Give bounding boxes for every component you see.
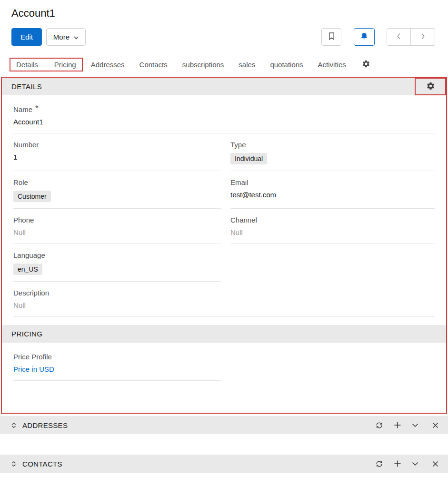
field-channel-label: Channel [230,216,435,224]
tab-sales[interactable]: sales [239,61,255,69]
edit-button[interactable]: Edit [11,28,42,46]
chevron-down-icon[interactable] [412,462,418,466]
more-button-label: More [53,33,70,41]
pricing-panel-header: PRICING [2,325,446,343]
field-number-value: 1 [13,153,221,162]
plus-icon[interactable] [394,421,401,429]
refresh-icon[interactable] [375,421,383,429]
next-record-button[interactable] [411,28,435,46]
required-marker: * [35,105,39,112]
field-price-profile: Price Profile Price in USD [13,353,221,381]
field-email: Email test@test.com [230,178,435,209]
field-role: Role Customer [13,178,221,209]
close-icon[interactable] [432,461,438,467]
details-panel-settings-button[interactable] [426,81,435,92]
bell-icon [360,32,368,42]
annotation-record-panel: DETAILS Name* Account1 Number 1 Type [1,77,447,414]
details-panel-title: DETAILS [11,82,42,91]
pricing-panel-title: PRICING [11,330,42,338]
field-type: Type Individual [230,141,435,171]
annotation-panel-settings [415,78,446,95]
refresh-icon[interactable] [375,460,383,468]
plus-icon[interactable] [394,460,401,468]
record-nav-group [387,28,435,46]
field-phone-value: Null [13,228,221,237]
chevron-down-icon[interactable] [412,423,418,427]
tab-details[interactable]: Details [16,61,38,69]
tab-activities[interactable]: Activities [318,61,346,69]
role-chip: Customer [13,191,51,202]
toolbar: Edit More [11,28,435,46]
field-name-label: Name [13,105,32,113]
follow-button[interactable] [321,28,341,46]
bookmark-icon [328,32,335,42]
field-description-label: Description [13,289,435,297]
field-number-label: Number [13,141,221,149]
field-phone-label: Phone [13,216,221,224]
gear-icon [426,81,435,92]
tab-subscriptions[interactable]: subscriptions [182,61,224,69]
contacts-panel: CONTACTS [0,455,448,473]
contacts-panel-title: CONTACTS [22,460,62,468]
field-number: Number 1 [13,141,221,171]
field-description: Description Null [13,289,435,317]
field-price-profile-label: Price Profile [13,353,221,361]
tab-contacts[interactable]: Contacts [139,61,168,69]
tabs-settings-button[interactable] [362,60,370,70]
reorder-icon[interactable] [10,422,17,429]
language-chip: en_US [13,264,42,275]
details-panel-body: Name* Account1 Number 1 Type Individual … [2,95,446,325]
tab-addresses[interactable]: Addresses [91,61,125,69]
addresses-panel-title: ADDRESSES [22,421,68,429]
chevron-right-icon [420,32,426,41]
tab-bar: Details Pricing Addresses Contacts subsc… [10,58,448,71]
price-profile-link[interactable]: Price in USD [13,365,54,373]
more-button[interactable]: More [46,28,86,46]
field-phone: Phone Null [13,216,221,244]
field-empty [230,251,435,282]
reorder-icon[interactable] [10,460,17,468]
field-email-label: Email [230,178,435,186]
field-name-value: Account1 [13,118,435,127]
chevron-left-icon [396,32,401,41]
field-channel-value: Null [230,228,435,237]
tab-quotations[interactable]: quotations [270,61,303,69]
field-language-label: Language [13,251,221,259]
close-icon[interactable] [432,422,438,428]
tab-pricing[interactable]: Pricing [54,61,76,69]
page-title: Account1 [11,7,448,20]
field-name: Name* Account1 [13,105,435,133]
field-email-value: test@test.com [230,191,435,200]
pricing-panel-body: Price Profile Price in USD [2,343,446,413]
notifications-button[interactable] [354,28,375,46]
field-type-label: Type [230,141,435,149]
field-channel: Channel Null [230,216,435,244]
field-language: Language en_US [13,251,221,282]
annotation-tabs-highlight: Details Pricing [10,58,83,71]
details-panel-header: DETAILS [2,78,446,95]
chevron-down-icon [74,33,79,41]
field-description-value: Null [13,301,435,310]
gear-icon [362,60,370,70]
addresses-panel: ADDRESSES [0,416,448,434]
previous-record-button[interactable] [387,28,411,46]
field-role-label: Role [13,178,221,186]
type-chip: Individual [230,153,267,164]
